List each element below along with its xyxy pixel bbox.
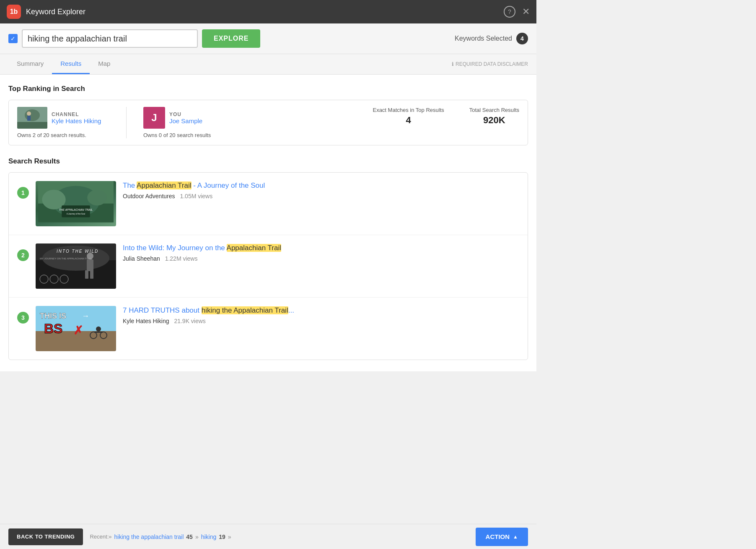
- searchbar: ✓ EXPLORE Keywords Selected 4: [0, 23, 536, 54]
- svg-point-1: [25, 109, 40, 121]
- svg-text:INTO THE WILD: INTO THE WILD: [57, 249, 98, 254]
- svg-point-33: [96, 326, 101, 331]
- result-title-highlight-1: Appalachian Trail: [137, 181, 191, 189]
- results-box: 1 THE APPALACHIAN TRAIL A Journey of the…: [8, 172, 528, 360]
- channel-thumb: [17, 107, 47, 129]
- channel-label: CHANNEL: [52, 111, 101, 117]
- titlebar-right: ? ✕: [504, 6, 530, 18]
- svg-text:MY JOURNEY ON THE APPALACHIAN : MY JOURNEY ON THE APPALACHIAN TRAIL: [40, 257, 92, 260]
- total-results-value: 920K: [469, 115, 519, 126]
- divider-1: [126, 107, 127, 138]
- you-inner: J YOU Joe Sample: [143, 107, 219, 129]
- search-results-title: Search Results: [8, 157, 528, 166]
- svg-rect-2: [17, 122, 47, 129]
- channel-labels: CHANNEL Kyle Hates Hiking: [52, 111, 101, 124]
- tabs-left: Summary Results Map: [8, 54, 119, 74]
- svg-rect-4: [27, 116, 31, 121]
- main-content: Top Ranking in Search: [0, 75, 536, 371]
- tabs-bar: Summary Results Map ℹ REQUIRED DATA DISC…: [0, 54, 536, 75]
- top-ranking-title: Top Ranking in Search: [8, 85, 528, 93]
- result-views-3: 21.9K views: [174, 318, 205, 324]
- svg-rect-19: [90, 270, 93, 279]
- result-meta-3: Kyle Hates Hiking 21.9K views: [123, 318, 519, 324]
- result-views-1: 1.05M views: [180, 193, 212, 199]
- result-meta-2: Julia Sheehan 1.22M views: [123, 255, 519, 262]
- exact-matches-value: 4: [373, 115, 444, 126]
- svg-text:THE APPALACHIAN TRAIL: THE APPALACHIAN TRAIL: [59, 208, 93, 211]
- result-thumb-2: INTO THE WILD MY JOURNEY ON THE APPALACH…: [36, 243, 116, 289]
- explore-button[interactable]: EXPLORE: [202, 29, 260, 48]
- svg-point-9: [87, 190, 107, 206]
- svg-rect-18: [85, 270, 88, 279]
- thumb-image-2: INTO THE WILD MY JOURNEY ON THE APPALACH…: [36, 243, 116, 289]
- total-results-label: Total Search Results: [469, 107, 519, 113]
- result-views-2: 1.22M views: [165, 255, 198, 262]
- exact-matches-label: Exact Matches in Top Results: [373, 107, 444, 113]
- result-channel-3: Kyle Hates Hiking: [123, 318, 169, 324]
- result-thumb-3: THIS IS → BS ✗: [36, 306, 116, 351]
- titlebar: 1b Keyword Explorer ? ✕: [0, 0, 536, 23]
- result-meta-1: Outdoor Adventures 1.05M views: [123, 193, 519, 199]
- result-info-2: Into the Wild: My Journey on the Appalac…: [123, 243, 519, 262]
- svg-text:✗: ✗: [73, 324, 83, 337]
- top-ranking-box: CHANNEL Kyle Hates Hiking Owns 2 of 20 s…: [8, 100, 528, 145]
- table-row: 1 THE APPALACHIAN TRAIL A Journey of the…: [9, 173, 528, 235]
- result-thumb-1: THE APPALACHIAN TRAIL A Journey of the S…: [36, 181, 116, 226]
- result-channel-1: Outdoor Adventures: [123, 193, 175, 199]
- close-icon[interactable]: ✕: [522, 6, 530, 17]
- result-title-highlight-2: Appalachian Trail: [227, 244, 281, 252]
- search-input[interactable]: [22, 29, 198, 48]
- thumb-image-1: THE APPALACHIAN TRAIL A Journey of the S…: [36, 181, 116, 226]
- disclaimer-text: REQUIRED DATA DISCLAIMER: [456, 61, 528, 67]
- you-name[interactable]: Joe Sample: [169, 117, 202, 124]
- result-title-before-3: 7 HARD TRUTHS about: [123, 306, 202, 314]
- you-avatar: J: [143, 107, 165, 129]
- titlebar-left: 1b Keyword Explorer: [7, 5, 85, 19]
- result-num-2: 2: [17, 249, 29, 261]
- disclaimer-icon: ℹ: [452, 61, 454, 67]
- result-title-highlight-3: hiking the Appalachian Trail: [202, 306, 288, 314]
- svg-text:→: →: [82, 312, 89, 320]
- you-labels: YOU Joe Sample: [169, 111, 202, 124]
- tab-summary[interactable]: Summary: [8, 54, 52, 74]
- you-block: J YOU Joe Sample Owns 0 of 20 search res…: [143, 107, 219, 138]
- result-title-after-3: ...: [288, 306, 294, 314]
- help-icon[interactable]: ?: [504, 6, 515, 18]
- result-title-before-2: Into the Wild: My Journey on the: [123, 244, 227, 252]
- channel-owns: Owns 2 of 20 search results.: [17, 132, 109, 138]
- app-title: Keyword Explorer: [26, 8, 85, 16]
- tab-map[interactable]: Map: [90, 54, 119, 74]
- channel-inner: CHANNEL Kyle Hates Hiking: [17, 107, 109, 129]
- exact-matches-stat: Exact Matches in Top Results 4: [373, 107, 444, 126]
- svg-point-3: [27, 111, 31, 116]
- keywords-count-badge: 4: [516, 33, 528, 44]
- result-title-2[interactable]: Into the Wild: My Journey on the Appalac…: [123, 243, 519, 253]
- stats-block: Exact Matches in Top Results 4 Total Sea…: [373, 107, 519, 126]
- result-channel-2: Julia Sheehan: [123, 255, 160, 262]
- table-row: 2 INTO THE WILD MY JOURNEY ON THE APPALA…: [9, 235, 528, 298]
- channel-thumb-image: [17, 107, 47, 129]
- result-title-1[interactable]: The Appalachian Trail - A Journey of the…: [123, 181, 519, 190]
- result-title-3[interactable]: 7 HARD TRUTHS about hiking the Appalachi…: [123, 306, 519, 315]
- search-checkbox[interactable]: ✓: [8, 34, 18, 43]
- you-owns: Owns 0 of 20 search results: [143, 132, 219, 138]
- svg-rect-17: [87, 259, 93, 271]
- svg-rect-10: [62, 205, 90, 217]
- result-info-1: The Appalachian Trail - A Journey of the…: [123, 181, 519, 199]
- total-results-stat: Total Search Results 920K: [469, 107, 519, 126]
- svg-text:A Journey of the Soul: A Journey of the Soul: [67, 213, 85, 215]
- keywords-selected: Keywords Selected 4: [455, 33, 528, 44]
- app-icon: 1b: [7, 5, 21, 19]
- result-title-before-1: The: [123, 181, 137, 189]
- channel-block: CHANNEL Kyle Hates Hiking Owns 2 of 20 s…: [17, 107, 109, 138]
- tab-results[interactable]: Results: [52, 54, 90, 74]
- result-info-3: 7 HARD TRUTHS about hiking the Appalachi…: [123, 306, 519, 324]
- disclaimer: ℹ REQUIRED DATA DISCLAIMER: [452, 61, 528, 67]
- result-num-1: 1: [17, 187, 29, 199]
- result-num-3: 3: [17, 312, 29, 324]
- svg-text:THIS IS: THIS IS: [40, 312, 66, 320]
- result-title-after-1: - A Journey of the Soul: [192, 181, 265, 189]
- keywords-selected-label: Keywords Selected: [455, 35, 512, 42]
- channel-name[interactable]: Kyle Hates Hiking: [52, 117, 101, 124]
- you-label: YOU: [169, 111, 202, 117]
